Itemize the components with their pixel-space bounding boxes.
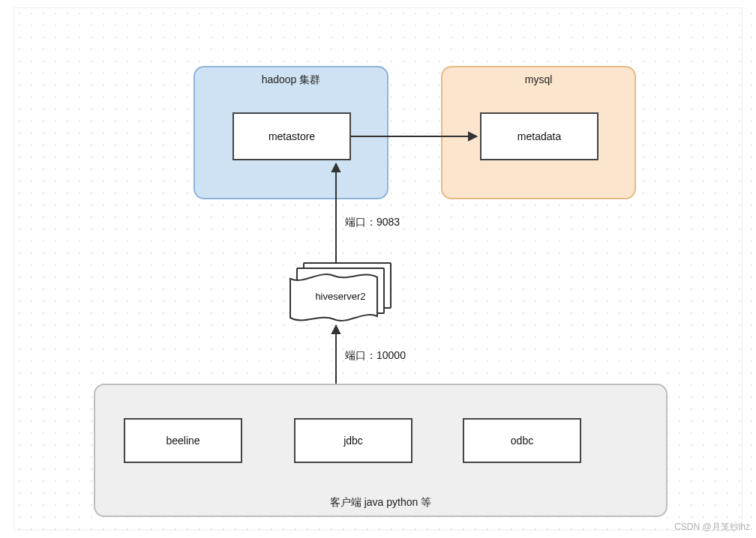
hiveserver2-node: hiveserver2: [290, 262, 392, 322]
metastore-label: metastore: [268, 130, 315, 142]
hadoop-group-title: hadoop 集群: [195, 73, 387, 87]
mysql-group-title: mysql: [442, 73, 634, 85]
beeline-label: beeline: [166, 435, 200, 447]
odbc-label: odbc: [511, 435, 533, 447]
metadata-node: metadata: [480, 112, 598, 160]
clients-group-footer: 客户端 java python 等: [95, 496, 666, 510]
hiveserver2-stack-front: [290, 273, 378, 322]
edge-label-port-10000: 端口：10000: [345, 349, 406, 363]
metastore-node: metastore: [232, 112, 351, 160]
diagram-canvas: https://blog.csdn.net/qq_3544004 hadoop …: [0, 0, 756, 538]
beeline-node: beeline: [124, 418, 242, 463]
flag-icon: [290, 273, 378, 322]
jdbc-label: jdbc: [344, 435, 363, 447]
corner-watermark: CSDN @月笼纱lhz: [674, 521, 750, 534]
edge-label-port-9083: 端口：9083: [345, 216, 400, 229]
jdbc-node: jdbc: [294, 418, 412, 463]
metadata-label: metadata: [518, 130, 561, 142]
odbc-node: odbc: [463, 418, 581, 463]
